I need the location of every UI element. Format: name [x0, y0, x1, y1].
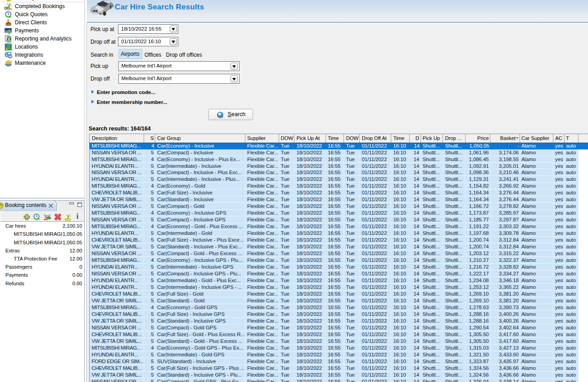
svg-text:$: $ — [8, 28, 11, 34]
